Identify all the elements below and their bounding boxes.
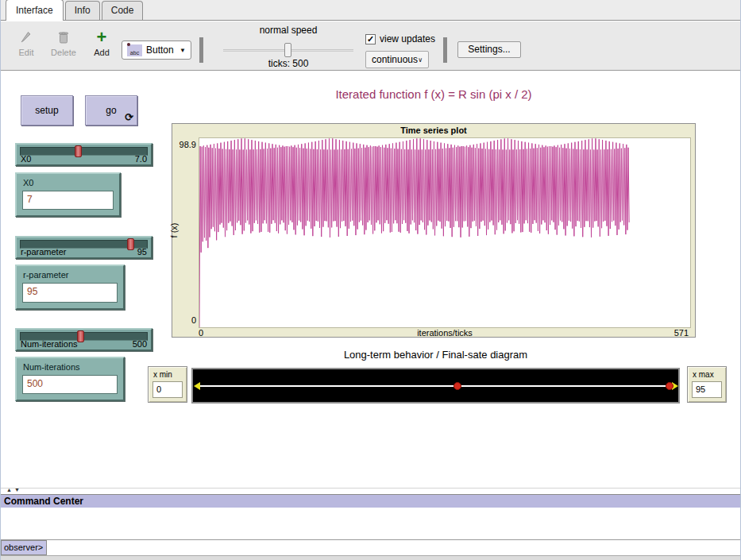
- chevron-down-icon: ∨: [418, 56, 423, 64]
- speed-slider-thumb[interactable]: [284, 43, 291, 57]
- slider-value: 500: [133, 339, 147, 349]
- monitor-num-iterations: Num-iterations 500: [15, 357, 125, 401]
- agent-dot: [666, 382, 673, 390]
- time-series-plot: Time series plot 98.9 0 f (x) 0 iteratio…: [172, 123, 696, 338]
- tab-bar: Interface Info Code: [1, 0, 740, 21]
- ticks-counter: ticks: 500: [214, 58, 363, 69]
- y-axis-max-label: 98.9: [172, 140, 196, 149]
- widget-type-label: Button: [146, 44, 176, 56]
- resize-arrows-icon[interactable]: ▲▼: [6, 487, 22, 492]
- chevron-down-icon: ▼: [179, 47, 186, 54]
- command-center-header: Command Center: [1, 494, 740, 508]
- update-mode-dropdown[interactable]: continuous ∨: [365, 51, 429, 68]
- view-updates-label: view updates: [380, 33, 435, 44]
- x-axis-title: iterations/ticks: [199, 328, 691, 338]
- setup-button[interactable]: setup: [21, 95, 73, 126]
- speed-label: normal speed: [214, 25, 363, 36]
- x-axis-max-label: 571: [674, 328, 689, 338]
- trash-icon: [47, 28, 80, 47]
- series-svg: [199, 138, 690, 327]
- add-button[interactable]: + Add: [87, 28, 117, 57]
- plot-canvas: [199, 137, 691, 328]
- toolbar: Edit Delete + Add abc Button ▼ normal sp…: [1, 21, 740, 71]
- slider-x0[interactable]: X0 7.0: [15, 143, 152, 166]
- observer-prompt[interactable]: observer>: [1, 540, 47, 555]
- tab-code[interactable]: Code: [102, 1, 144, 20]
- command-center-divider: ▲▼: [1, 488, 740, 494]
- plot-title: Time series plot: [172, 126, 695, 135]
- monitor-x-min: x min 0: [148, 366, 187, 403]
- monitor-label: x min: [153, 370, 172, 379]
- update-mode-value: continuous: [372, 54, 418, 65]
- monitor-label: x max: [693, 370, 714, 379]
- monitor-label: Num-iterations: [23, 362, 80, 372]
- speed-slider-group: normal speed ticks: 500: [214, 25, 363, 69]
- view-updates-group: ✓ view updates: [365, 33, 435, 44]
- monitor-x-max: x max 95: [687, 366, 727, 403]
- tab-interface[interactable]: Interface: [6, 0, 64, 21]
- netlogo-window: Interface Info Code Edit Delete + Add ab…: [0, 0, 741, 560]
- series-line: [199, 138, 629, 327]
- slider-label: X0: [21, 154, 31, 164]
- monitor-value: 95: [692, 381, 722, 398]
- monitor-value: 95: [22, 283, 118, 303]
- widget-type-dropdown[interactable]: abc Button ▼: [122, 41, 191, 60]
- view-updates-checkbox[interactable]: ✓: [365, 34, 376, 44]
- monitor-value: 7: [22, 191, 114, 210]
- slider-value: 95: [137, 247, 147, 257]
- monitor-value: 0: [152, 381, 183, 398]
- slider-value: 7.0: [135, 154, 147, 164]
- y-axis-title: f (x): [169, 223, 179, 238]
- delete-button[interactable]: Delete: [47, 28, 80, 57]
- window-bottom-edge: [1, 555, 740, 560]
- monitor-value: 500: [22, 375, 118, 394]
- arrow-left-icon: [194, 382, 200, 390]
- slider-label: Num-iterations: [21, 339, 78, 349]
- edit-button[interactable]: Edit: [12, 28, 41, 57]
- y-axis-min-label: 0: [172, 315, 196, 325]
- number-line: [198, 385, 673, 387]
- command-center-prompt-row: observer>: [1, 540, 740, 555]
- button-widget-icon: abc: [127, 44, 142, 56]
- forever-icon: ⟳: [125, 111, 133, 123]
- settings-button[interactable]: Settings...: [457, 41, 521, 58]
- slider-num-iterations[interactable]: Num-iterations 500: [15, 328, 152, 351]
- go-button[interactable]: go ⟳: [85, 95, 137, 126]
- pencil-icon: [12, 28, 41, 47]
- toolbar-separator: [199, 37, 203, 63]
- final-state-label: Long-term behavior / Final-sate diagram: [191, 349, 680, 361]
- world-view: [191, 368, 680, 404]
- plus-icon: +: [87, 28, 117, 47]
- agent-dot: [453, 382, 461, 390]
- monitor-r-parameter: r-parameter 95: [15, 265, 125, 310]
- monitor-label: X0: [23, 178, 33, 187]
- slider-r-parameter[interactable]: r-parameter 95: [15, 236, 152, 259]
- command-input[interactable]: [47, 540, 740, 555]
- toolbar-separator: [443, 37, 447, 63]
- monitor-label: r-parameter: [23, 270, 68, 280]
- slider-label: r-parameter: [21, 247, 66, 257]
- model-title: Iterated function f (x) = R sin (pi x / …: [172, 87, 696, 101]
- command-center-output: [1, 508, 740, 540]
- monitor-x0: X0 7: [15, 172, 121, 217]
- tab-info[interactable]: Info: [65, 1, 100, 20]
